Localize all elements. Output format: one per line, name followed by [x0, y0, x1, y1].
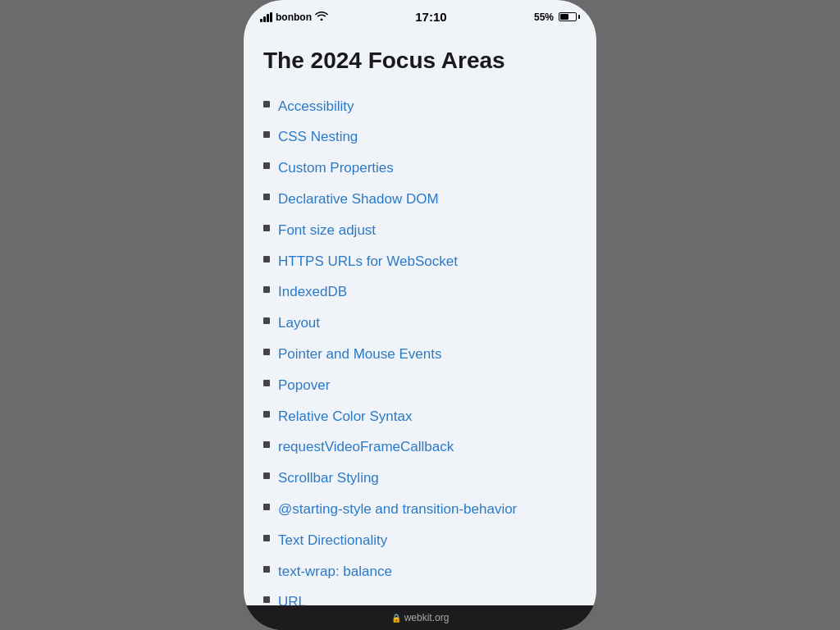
- page-title: The 2024 Focus Areas: [263, 47, 577, 75]
- focus-area-link[interactable]: HTTPS URLs for WebSocket: [278, 252, 458, 272]
- list-item[interactable]: Font size adjust: [263, 215, 577, 246]
- focus-area-link[interactable]: URL: [278, 592, 306, 605]
- list-bullet-icon: [263, 194, 270, 200]
- focus-area-link[interactable]: IndexedDB: [278, 282, 347, 302]
- status-right: 55%: [534, 11, 580, 23]
- lock-icon: 🔒: [391, 614, 401, 623]
- focus-area-link[interactable]: Pointer and Mouse Events: [278, 345, 441, 364]
- list-bullet-icon: [263, 441, 270, 448]
- list-bullet-icon: [263, 535, 270, 541]
- list-bullet-icon: [263, 566, 270, 573]
- focus-area-link[interactable]: requestVideoFrameCallback: [278, 437, 454, 457]
- list-item[interactable]: Custom Properties: [263, 153, 577, 184]
- list-bullet-icon: [263, 286, 270, 293]
- list-item[interactable]: Text Directionality: [263, 525, 577, 556]
- list-item[interactable]: IndexedDB: [263, 276, 577, 308]
- bottom-bar: 🔒 webkit.org: [244, 605, 596, 630]
- focus-area-link[interactable]: Layout: [278, 313, 320, 333]
- status-bar: bonbon 17:10 55%: [244, 0, 596, 30]
- wifi-icon: [315, 11, 328, 23]
- list-item[interactable]: Relative Color Syntax: [263, 401, 577, 432]
- page-content[interactable]: The 2024 Focus Areas AccessibilityCSS Ne…: [244, 30, 596, 605]
- battery-icon: [559, 12, 580, 21]
- list-bullet-icon: [263, 317, 270, 324]
- list-item[interactable]: HTTPS URLs for WebSocket: [263, 246, 577, 277]
- focus-area-link[interactable]: text-wrap: balance: [278, 562, 392, 582]
- list-bullet-icon: [263, 504, 270, 510]
- list-item[interactable]: Popover: [263, 370, 577, 401]
- list-bullet-icon: [263, 256, 270, 262]
- list-bullet-icon: [263, 596, 270, 603]
- list-bullet-icon: [263, 225, 270, 231]
- list-bullet-icon: [263, 380, 270, 386]
- focus-area-link[interactable]: Font size adjust: [278, 221, 376, 240]
- status-left: bonbon: [260, 11, 328, 23]
- focus-area-link[interactable]: Relative Color Syntax: [278, 407, 412, 427]
- list-item[interactable]: requestVideoFrameCallback: [263, 431, 577, 463]
- list-bullet-icon: [263, 162, 270, 169]
- signal-bars-icon: [260, 12, 272, 22]
- list-bullet-icon: [263, 101, 270, 107]
- list-bullet-icon: [263, 411, 270, 418]
- battery-percentage: 55%: [534, 11, 554, 23]
- focus-area-link[interactable]: Accessibility: [278, 97, 354, 116]
- list-item[interactable]: text-wrap: balance: [263, 556, 577, 587]
- focus-area-link[interactable]: Text Directionality: [278, 531, 387, 550]
- list-bullet-icon: [263, 349, 270, 355]
- focus-area-link[interactable]: Popover: [278, 376, 330, 395]
- list-item[interactable]: @starting-style and transition-behavior: [263, 494, 577, 525]
- focus-area-link[interactable]: Custom Properties: [278, 158, 394, 178]
- list-item[interactable]: Pointer and Mouse Events: [263, 339, 577, 370]
- list-item[interactable]: CSS Nesting: [263, 121, 577, 153]
- list-item[interactable]: URL: [263, 587, 577, 605]
- url-text: webkit.org: [404, 612, 450, 623]
- focus-areas-list: AccessibilityCSS NestingCustom Propertie…: [263, 91, 577, 605]
- focus-area-link[interactable]: CSS Nesting: [278, 127, 358, 147]
- status-time: 17:10: [415, 10, 446, 24]
- list-item[interactable]: Layout: [263, 308, 577, 339]
- list-item[interactable]: Declarative Shadow DOM: [263, 184, 577, 215]
- list-bullet-icon: [263, 131, 270, 138]
- url-bar: 🔒 webkit.org: [244, 612, 596, 623]
- list-item[interactable]: Accessibility: [263, 91, 577, 122]
- list-item[interactable]: Scrollbar Styling: [263, 463, 577, 494]
- list-bullet-icon: [263, 472, 270, 479]
- phone-frame: bonbon 17:10 55% The 2024 Focus Areas: [244, 0, 596, 630]
- focus-area-link[interactable]: Scrollbar Styling: [278, 468, 379, 488]
- focus-area-link[interactable]: Declarative Shadow DOM: [278, 189, 439, 209]
- carrier-name: bonbon: [276, 11, 312, 23]
- focus-area-link[interactable]: @starting-style and transition-behavior: [278, 500, 517, 519]
